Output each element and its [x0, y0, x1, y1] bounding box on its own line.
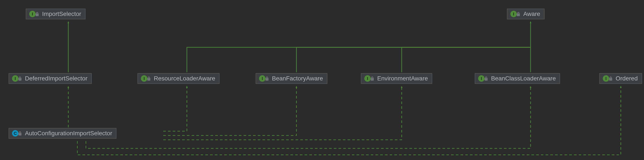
- edge-auto-to-beanclassloader: [86, 86, 530, 148]
- interface-icon: I: [141, 75, 148, 82]
- edge-environment-to-aware: [402, 47, 530, 72]
- interface-icon: I: [259, 75, 266, 82]
- node-resource-loader-aware[interactable]: I ResourceLoaderAware: [138, 73, 220, 84]
- node-ordered[interactable]: I Ordered: [599, 73, 642, 84]
- node-label: BeanFactoryAware: [272, 75, 323, 82]
- node-label: AutoConfigurationImportSelector: [25, 130, 112, 137]
- node-bean-class-loader-aware[interactable]: I BeanClassLoaderAware: [475, 73, 560, 84]
- node-aware[interactable]: I Aware: [507, 9, 544, 19]
- lock-icon: [370, 76, 374, 81]
- node-auto-configuration-import-selector[interactable]: C AutoConfigurationImportSelector: [8, 128, 116, 139]
- node-bean-factory-aware[interactable]: I BeanFactoryAware: [256, 73, 327, 84]
- node-label: Aware: [523, 11, 540, 18]
- class-icon: C: [12, 130, 19, 137]
- diagram-canvas: I ImportSelector I Aware I DeferredImpor…: [0, 0, 644, 160]
- node-environment-aware[interactable]: I EnvironmentAware: [361, 73, 432, 84]
- interface-icon: I: [478, 75, 486, 82]
- edge-auto-to-beanfactory: [163, 86, 296, 135]
- node-import-selector[interactable]: I ImportSelector: [26, 9, 86, 19]
- interface-icon: I: [29, 10, 36, 18]
- edge-auto-to-resourceloader: [163, 86, 187, 131]
- lock-icon: [147, 76, 151, 81]
- node-label: DeferredImportSelector: [25, 75, 88, 82]
- node-label: ResourceLoaderAware: [154, 75, 215, 82]
- edge-resourceloader-to-aware: [187, 47, 530, 72]
- interface-icon: I: [364, 75, 372, 82]
- node-label: Ordered: [616, 75, 638, 82]
- interface-icon: I: [12, 75, 19, 82]
- interface-icon: I: [510, 10, 518, 18]
- lock-icon: [35, 12, 39, 16]
- node-label: EnvironmentAware: [377, 75, 428, 82]
- lock-icon: [18, 131, 22, 136]
- interface-icon: I: [603, 75, 610, 82]
- edge-auto-to-ordered: [77, 86, 621, 155]
- lock-icon: [484, 76, 488, 81]
- node-deferred-import-selector[interactable]: I DeferredImportSelector: [8, 73, 92, 84]
- node-label: ImportSelector: [42, 11, 81, 18]
- lock-icon: [516, 12, 520, 16]
- node-label: BeanClassLoaderAware: [491, 75, 556, 82]
- edge-beanfactory-to-aware: [296, 47, 530, 72]
- lock-icon: [18, 76, 22, 81]
- lock-icon: [609, 76, 613, 81]
- lock-icon: [265, 76, 269, 81]
- edge-auto-to-environment: [163, 86, 402, 140]
